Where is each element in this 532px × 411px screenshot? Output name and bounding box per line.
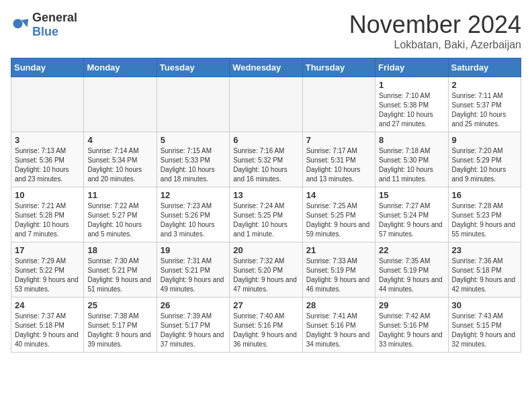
day-info: Sunrise: 7:27 AM Sunset: 5:24 PM Dayligh…: [379, 201, 444, 239]
day-info: Sunrise: 7:18 AM Sunset: 5:30 PM Dayligh…: [379, 146, 444, 184]
calendar-cell: [302, 77, 375, 132]
day-info: Sunrise: 7:35 AM Sunset: 5:19 PM Dayligh…: [379, 257, 444, 294]
day-info: Sunrise: 7:15 AM Sunset: 5:33 PM Dayligh…: [161, 146, 226, 184]
calendar-cell: 26Sunrise: 7:39 AM Sunset: 5:17 PM Dayli…: [157, 298, 229, 353]
day-number: 18: [87, 245, 152, 255]
day-info: Sunrise: 7:23 AM Sunset: 5:26 PM Dayligh…: [161, 201, 226, 239]
day-info: Sunrise: 7:13 AM Sunset: 5:36 PM Dayligh…: [15, 146, 80, 184]
calendar-cell: 15Sunrise: 7:27 AM Sunset: 5:24 PM Dayli…: [375, 187, 448, 242]
day-number: 28: [306, 300, 371, 310]
logo-blue-text: Blue: [32, 25, 58, 38]
day-number: 8: [379, 135, 444, 145]
day-info: Sunrise: 7:42 AM Sunset: 5:16 PM Dayligh…: [379, 312, 444, 349]
day-number: 1: [379, 80, 444, 90]
calendar-week-row: 3Sunrise: 7:13 AM Sunset: 5:36 PM Daylig…: [11, 132, 521, 187]
day-info: Sunrise: 7:43 AM Sunset: 5:15 PM Dayligh…: [452, 312, 517, 349]
calendar-cell: 17Sunrise: 7:29 AM Sunset: 5:22 PM Dayli…: [11, 242, 84, 298]
day-number: 15: [379, 190, 444, 200]
day-number: 29: [379, 300, 444, 310]
weekday-header-row: SundayMondayTuesdayWednesdayThursdayFrid…: [11, 58, 521, 77]
month-title: November 2024: [349, 11, 521, 39]
day-number: 11: [87, 190, 152, 200]
day-number: 21: [306, 245, 371, 255]
calendar-table: SundayMondayTuesdayWednesdayThursdayFrid…: [11, 58, 521, 353]
calendar-cell: 1Sunrise: 7:10 AM Sunset: 5:38 PM Daylig…: [375, 77, 448, 132]
calendar-cell: 18Sunrise: 7:30 AM Sunset: 5:21 PM Dayli…: [84, 242, 157, 298]
calendar-cell: 19Sunrise: 7:31 AM Sunset: 5:21 PM Dayli…: [157, 242, 229, 298]
calendar-week-row: 10Sunrise: 7:21 AM Sunset: 5:28 PM Dayli…: [11, 187, 521, 242]
weekday-header-cell: Sunday: [11, 58, 84, 77]
day-info: Sunrise: 7:38 AM Sunset: 5:17 PM Dayligh…: [87, 312, 152, 349]
calendar-cell: 27Sunrise: 7:40 AM Sunset: 5:16 PM Dayli…: [230, 298, 302, 353]
svg-point-0: [13, 19, 23, 28]
day-info: Sunrise: 7:39 AM Sunset: 5:17 PM Dayligh…: [161, 312, 226, 349]
day-number: 24: [15, 300, 80, 310]
day-info: Sunrise: 7:22 AM Sunset: 5:27 PM Dayligh…: [87, 201, 152, 239]
day-number: 9: [452, 135, 517, 145]
day-number: 4: [87, 135, 152, 145]
calendar-cell: 8Sunrise: 7:18 AM Sunset: 5:30 PM Daylig…: [375, 132, 448, 187]
calendar-week-row: 1Sunrise: 7:10 AM Sunset: 5:38 PM Daylig…: [11, 77, 521, 132]
calendar-cell: 20Sunrise: 7:32 AM Sunset: 5:20 PM Dayli…: [230, 242, 302, 298]
day-info: Sunrise: 7:37 AM Sunset: 5:18 PM Dayligh…: [15, 312, 80, 349]
day-number: 3: [15, 135, 80, 145]
calendar-cell: 11Sunrise: 7:22 AM Sunset: 5:27 PM Dayli…: [84, 187, 157, 242]
calendar-cell: 2Sunrise: 7:11 AM Sunset: 5:37 PM Daylig…: [448, 77, 521, 132]
calendar-cell: 24Sunrise: 7:37 AM Sunset: 5:18 PM Dayli…: [11, 298, 84, 353]
calendar-cell: [84, 77, 157, 132]
day-number: 19: [161, 245, 226, 255]
day-number: 2: [452, 80, 517, 90]
day-number: 17: [15, 245, 80, 255]
calendar-cell: 30Sunrise: 7:43 AM Sunset: 5:15 PM Dayli…: [448, 298, 521, 353]
day-number: 20: [233, 245, 298, 255]
day-info: Sunrise: 7:30 AM Sunset: 5:21 PM Dayligh…: [87, 257, 152, 294]
day-info: Sunrise: 7:28 AM Sunset: 5:23 PM Dayligh…: [452, 201, 517, 239]
calendar-cell: [11, 77, 84, 132]
day-info: Sunrise: 7:20 AM Sunset: 5:29 PM Dayligh…: [452, 146, 517, 184]
calendar-cell: 25Sunrise: 7:38 AM Sunset: 5:17 PM Dayli…: [84, 298, 157, 353]
calendar-cell: 13Sunrise: 7:24 AM Sunset: 5:25 PM Dayli…: [230, 187, 302, 242]
weekday-header-cell: Monday: [84, 58, 157, 77]
location-title: Lokbatan, Baki, Azerbaijan: [349, 39, 521, 51]
day-info: Sunrise: 7:21 AM Sunset: 5:28 PM Dayligh…: [15, 201, 80, 239]
header: General Blue November 2024 Lokbatan, Bak…: [11, 11, 521, 51]
day-number: 23: [452, 245, 517, 255]
calendar-cell: 12Sunrise: 7:23 AM Sunset: 5:26 PM Dayli…: [157, 187, 229, 242]
day-info: Sunrise: 7:36 AM Sunset: 5:18 PM Dayligh…: [452, 257, 517, 294]
calendar-cell: 29Sunrise: 7:42 AM Sunset: 5:16 PM Dayli…: [375, 298, 448, 353]
day-info: Sunrise: 7:40 AM Sunset: 5:16 PM Dayligh…: [233, 312, 298, 349]
day-info: Sunrise: 7:10 AM Sunset: 5:38 PM Dayligh…: [379, 91, 444, 129]
day-number: 6: [233, 135, 298, 145]
calendar-cell: 14Sunrise: 7:25 AM Sunset: 5:25 PM Dayli…: [302, 187, 375, 242]
calendar-cell: 10Sunrise: 7:21 AM Sunset: 5:28 PM Dayli…: [11, 187, 84, 242]
logo: General Blue: [11, 11, 77, 39]
weekday-header-cell: Saturday: [448, 58, 521, 77]
day-number: 5: [161, 135, 226, 145]
logo-icon: [11, 15, 30, 34]
day-info: Sunrise: 7:29 AM Sunset: 5:22 PM Dayligh…: [15, 257, 80, 294]
weekday-header-cell: Thursday: [302, 58, 375, 77]
logo-general-text: General: [32, 11, 77, 24]
day-info: Sunrise: 7:33 AM Sunset: 5:19 PM Dayligh…: [306, 257, 371, 294]
calendar-week-row: 24Sunrise: 7:37 AM Sunset: 5:18 PM Dayli…: [11, 298, 521, 353]
day-number: 10: [15, 190, 80, 200]
calendar-cell: 21Sunrise: 7:33 AM Sunset: 5:19 PM Dayli…: [302, 242, 375, 298]
weekday-header-cell: Friday: [375, 58, 448, 77]
day-number: 22: [379, 245, 444, 255]
calendar-cell: 23Sunrise: 7:36 AM Sunset: 5:18 PM Dayli…: [448, 242, 521, 298]
title-area: November 2024 Lokbatan, Baki, Azerbaijan: [349, 11, 521, 51]
day-info: Sunrise: 7:17 AM Sunset: 5:31 PM Dayligh…: [306, 146, 371, 184]
calendar-cell: 22Sunrise: 7:35 AM Sunset: 5:19 PM Dayli…: [375, 242, 448, 298]
day-info: Sunrise: 7:25 AM Sunset: 5:25 PM Dayligh…: [306, 201, 371, 239]
calendar-cell: 28Sunrise: 7:41 AM Sunset: 5:16 PM Dayli…: [302, 298, 375, 353]
calendar-cell: 9Sunrise: 7:20 AM Sunset: 5:29 PM Daylig…: [448, 132, 521, 187]
day-info: Sunrise: 7:32 AM Sunset: 5:20 PM Dayligh…: [233, 257, 298, 294]
day-number: 30: [452, 300, 517, 310]
day-info: Sunrise: 7:31 AM Sunset: 5:21 PM Dayligh…: [161, 257, 226, 294]
day-number: 16: [452, 190, 517, 200]
calendar-cell: [157, 77, 229, 132]
day-info: Sunrise: 7:11 AM Sunset: 5:37 PM Dayligh…: [452, 91, 517, 129]
calendar-cell: 4Sunrise: 7:14 AM Sunset: 5:34 PM Daylig…: [84, 132, 157, 187]
calendar-body: 1Sunrise: 7:10 AM Sunset: 5:38 PM Daylig…: [11, 77, 521, 353]
weekday-header-cell: Wednesday: [230, 58, 302, 77]
